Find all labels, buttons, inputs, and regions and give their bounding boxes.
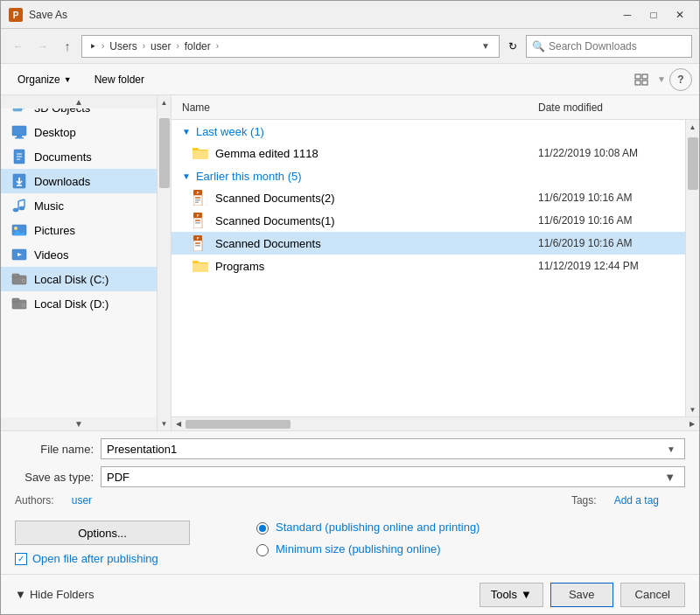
sidebar-item-documents[interactable]: Documents — [1, 144, 157, 169]
sidebar-item-videos[interactable]: Videos — [1, 242, 157, 267]
back-button[interactable]: ← — [8, 36, 29, 57]
sidebar-item-desktop[interactable]: Desktop — [1, 120, 157, 144]
sidebar-item-local-disk-d[interactable]: Local Disk (D:) — [1, 291, 157, 316]
file-item-scanned2[interactable]: P Scanned Documents(2) 11/6/2019 10:16 A… — [172, 186, 685, 209]
save-type-select[interactable]: PDF ▼ — [101, 466, 685, 487]
tags-value[interactable]: Add a tag — [614, 494, 659, 507]
close-button[interactable]: ✕ — [668, 5, 692, 24]
minimum-radio-button[interactable] — [256, 544, 269, 556]
group-header-earlier[interactable]: ▼ Earlier this month (5) — [172, 164, 685, 186]
folder-icon-programs — [192, 258, 208, 274]
minimum-radio-row[interactable]: Minimum size (publishing online) — [256, 542, 480, 557]
save-type-row: Save as type: PDF ▼ — [1, 466, 699, 494]
name-column-header[interactable]: Name — [178, 101, 538, 114]
sidebar-scroll-down[interactable]: ▼ — [1, 417, 157, 430]
local-disk-d-icon — [11, 296, 27, 311]
right-actions: Standard (publishing online and printing… — [256, 521, 480, 557]
file-item-programs[interactable]: Programs 11/12/2019 12:44 PM — [172, 255, 685, 277]
file-list-scroll: ▼ Last week (1) Gemma edited 1118 11/22/… — [172, 120, 685, 416]
file-name-label: File name: — [15, 443, 94, 456]
svg-text:P: P — [13, 10, 19, 20]
organize-dropdown-icon: ▼ — [64, 75, 72, 84]
file-name-dropdown-icon[interactable]: ▼ — [663, 444, 679, 454]
file-scroll-up-arrow[interactable]: ▲ — [686, 120, 699, 134]
file-scroll-down-arrow[interactable]: ▼ — [686, 402, 699, 416]
sidebar-scroll-up[interactable]: ▲ — [1, 95, 157, 108]
open-file-checkbox-row[interactable]: ✓ Open file after publishing — [15, 552, 190, 565]
file-date-scanned2: 11/6/2019 10:16 AM — [538, 192, 678, 204]
file-name-input[interactable] — [107, 443, 663, 456]
h-scroll-thumb[interactable] — [186, 420, 290, 429]
address-icon[interactable]: ‣ — [88, 38, 98, 54]
address-downloads[interactable]: folder — [183, 39, 213, 53]
minimize-button[interactable]: ─ — [615, 5, 640, 24]
sidebar-item-pictures[interactable]: Pictures — [1, 218, 157, 242]
svg-rect-34 — [12, 298, 19, 302]
svg-rect-55 — [195, 245, 200, 247]
hide-folders-button[interactable]: ▼ Hide Folders — [15, 588, 94, 601]
svg-rect-8 — [12, 126, 26, 136]
svg-rect-2 — [635, 74, 640, 79]
forward-button[interactable]: → — [32, 36, 53, 57]
options-button[interactable]: Options... — [15, 521, 190, 545]
svg-rect-30 — [12, 274, 19, 277]
view-button[interactable] — [629, 68, 654, 91]
file-name-programs: Programs — [215, 260, 531, 273]
search-input[interactable] — [549, 40, 686, 52]
help-button[interactable]: ? — [669, 68, 692, 91]
new-folder-button[interactable]: New folder — [85, 68, 154, 91]
maximize-button[interactable]: □ — [641, 5, 666, 24]
svg-rect-5 — [642, 80, 648, 85]
up-button[interactable]: ↑ — [57, 36, 78, 57]
file-date-scanned1: 11/6/2019 10:16 AM — [538, 214, 678, 227]
standard-radio-row[interactable]: Standard (publishing online and printing… — [256, 521, 480, 535]
cancel-button[interactable]: Cancel — [620, 583, 685, 607]
h-scroll-left-arrow[interactable]: ◀ — [172, 417, 186, 430]
sidebar-scroll-up-arrow[interactable]: ▲ — [158, 95, 171, 109]
sidebar-scroll-thumb[interactable] — [159, 118, 170, 188]
file-list-header: Name Date modified — [172, 95, 699, 120]
address-user[interactable]: user — [149, 39, 172, 53]
save-button[interactable]: Save — [550, 583, 613, 607]
pptx-icon-scanned0: P — [192, 235, 208, 251]
save-type-value: PDF — [107, 471, 130, 484]
file-item-scanned0[interactable]: P Scanned Documents 11/6/2019 10:16 AM — [172, 232, 685, 255]
sidebar-label-music: Music — [34, 199, 64, 213]
svg-point-19 — [13, 208, 18, 212]
file-item-gemma[interactable]: Gemma edited 1118 11/22/2019 10:08 AM — [172, 142, 685, 164]
h-scroll-right-arrow[interactable]: ▶ — [685, 417, 699, 430]
address-users[interactable]: Users — [108, 39, 138, 53]
date-column-header[interactable]: Date modified — [538, 101, 678, 114]
save-as-dialog: P Save As ─ □ ✕ ← → ↑ ‣ › Users › user ›… — [0, 0, 700, 615]
organize-button[interactable]: Organize ▼ — [8, 68, 81, 91]
file-scrollbar: ▲ ▼ — [685, 120, 699, 416]
sidebar-label-local-disk-d: Local Disk (D:) — [34, 297, 108, 311]
tools-button[interactable]: Tools ▼ — [480, 583, 543, 607]
svg-point-23 — [19, 206, 24, 210]
sidebar-item-music[interactable]: Music — [1, 193, 157, 218]
save-type-dropdown-icon[interactable]: ▼ — [661, 471, 679, 484]
open-file-checkbox[interactable]: ✓ — [15, 553, 27, 565]
group-header-last-week[interactable]: ▼ Last week (1) — [172, 120, 685, 142]
tools-label: Tools — [491, 588, 517, 601]
horizontal-scrollbar: ◀ ▶ — [172, 416, 699, 430]
file-item-scanned1[interactable]: P Scanned Documents(1) 11/6/2019 10:16 A… — [172, 209, 685, 232]
sidebar-scroll-down-arrow[interactable]: ▼ — [158, 416, 171, 430]
file-date-scanned0: 11/6/2019 10:16 AM — [538, 237, 678, 249]
refresh-button[interactable]: ↻ — [503, 37, 522, 56]
authors-value[interactable]: user — [72, 494, 92, 507]
address-dropdown-button[interactable]: ▼ — [478, 39, 494, 52]
minimum-radio-label: Minimum size (publishing online) — [276, 542, 441, 557]
address-bar[interactable]: ‣ › Users › user › folder › ▼ — [81, 35, 500, 58]
file-list-wrapper: Name Date modified ▼ Last week (1) — [172, 95, 699, 430]
standard-radio-label: Standard (publishing online and printing… — [276, 521, 480, 535]
sidebar-item-downloads[interactable]: Downloads — [1, 169, 157, 193]
group-arrow-last-week: ▼ — [182, 127, 191, 136]
file-name-field[interactable]: ▼ — [101, 438, 685, 459]
tags-label: Tags: — [571, 494, 597, 507]
svg-line-21 — [18, 199, 24, 201]
sidebar-item-local-disk-c[interactable]: Local Disk (C:) — [1, 267, 157, 291]
file-scroll-thumb[interactable] — [688, 137, 698, 190]
standard-radio-button[interactable] — [256, 522, 269, 535]
pptx-icon-scanned2: P — [192, 190, 208, 206]
